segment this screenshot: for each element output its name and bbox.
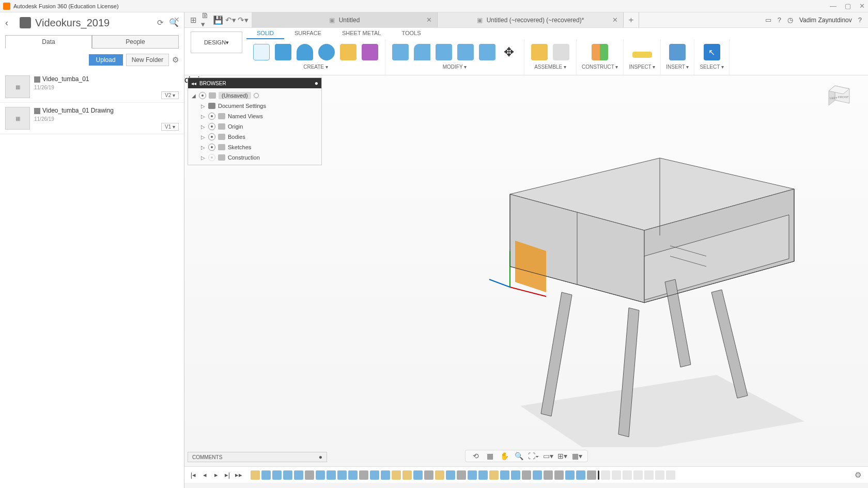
fit-icon[interactable]: ⛶▾ (529, 451, 539, 461)
new-tab-button[interactable]: + (624, 12, 639, 27)
version-dropdown[interactable]: V2 ▾ (161, 91, 179, 99)
tab-sheet-metal[interactable]: SHEET METAL (332, 28, 391, 39)
back-button[interactable]: ‹ (5, 18, 16, 28)
timeline-feature[interactable] (644, 470, 654, 480)
visibility-icon[interactable] (208, 154, 215, 161)
timeline-prev-icon[interactable]: ◂ (200, 470, 209, 480)
save-icon[interactable]: 💾 (213, 15, 223, 25)
timeline-settings-icon[interactable]: ⚙ (855, 470, 864, 480)
timeline-feature[interactable] (283, 470, 292, 480)
user-name[interactable]: Vadim Zaynutdinov (799, 17, 852, 24)
timeline-feature[interactable] (348, 470, 358, 480)
shell-tool[interactable] (434, 41, 454, 63)
inspect-label[interactable]: INSPECT ▾ (629, 64, 655, 70)
draft-tool[interactable] (477, 41, 497, 63)
document-tab[interactable]: ▣ Untitled (~recovered) (~recovered)* ✕ (438, 12, 624, 27)
undo-icon[interactable]: ↶▾ (226, 15, 235, 25)
timeline-feature[interactable] (305, 470, 314, 480)
insert-label[interactable]: INSERT ▾ (666, 64, 689, 70)
timeline-feature[interactable] (587, 470, 596, 480)
timeline-feature[interactable] (327, 470, 336, 480)
help-circle-icon[interactable]: ? (858, 16, 862, 24)
orbit-icon[interactable]: ⟲ (471, 451, 481, 461)
upload-button[interactable]: Upload (89, 54, 123, 66)
browser-node[interactable]: ▷Bodies (188, 132, 321, 142)
timeline-feature[interactable] (623, 470, 632, 480)
minimize-icon[interactable]: — (830, 2, 836, 10)
activate-radio[interactable] (254, 93, 259, 98)
view-cube[interactable]: LEFT FRONT (825, 80, 858, 113)
timeline-feature[interactable] (478, 470, 488, 480)
browser-root[interactable]: ◢ (Unsaved) (188, 90, 321, 101)
timeline-feature[interactable] (370, 470, 379, 480)
measure-tool[interactable] (631, 41, 653, 63)
derive-tool[interactable] (360, 41, 380, 63)
redo-icon[interactable]: ↷▾ (238, 15, 247, 25)
viewport-canvas[interactable]: ◂◂ BROWSER ● ◢ (Unsaved) ▷Document Setti… (184, 75, 868, 488)
timeline-feature[interactable] (522, 470, 531, 480)
file-menu-icon[interactable]: 🗎▾ (201, 15, 210, 25)
timeline-feature[interactable] (392, 470, 401, 480)
create-form-tool[interactable] (338, 41, 358, 63)
timeline-feature[interactable] (413, 470, 423, 480)
timeline-play-icon[interactable]: ▸ (211, 470, 221, 480)
timeline-feature[interactable] (511, 470, 520, 480)
select-label[interactable]: SELECT ▾ (700, 64, 724, 70)
timeline-feature[interactable] (489, 470, 499, 480)
construct-label[interactable]: CONSTRUCT ▾ (582, 64, 618, 70)
refresh-icon[interactable]: ⟳ (157, 18, 164, 27)
timeline-feature[interactable] (316, 470, 325, 480)
timeline-feature[interactable] (655, 470, 664, 480)
timeline-feature[interactable] (381, 470, 390, 480)
timeline-feature[interactable] (251, 470, 260, 480)
visibility-icon[interactable] (208, 113, 215, 120)
timeline-feature[interactable] (359, 470, 368, 480)
close-tab-icon[interactable]: ✕ (612, 16, 618, 24)
help-icon[interactable]: ? (778, 16, 781, 24)
settings-gear-icon[interactable]: ⚙ (172, 55, 179, 65)
tab-people[interactable]: People (92, 35, 179, 49)
new-component-tool[interactable] (530, 41, 549, 63)
document-tab[interactable]: ▣ Untitled ✕ (252, 12, 438, 27)
data-item[interactable]: ▦ Video_tumba_01 11/26/19 V2 ▾ (0, 71, 184, 103)
modify-label[interactable]: MODIFY ▾ (443, 64, 467, 70)
viewport-settings-icon[interactable]: ▦▾ (572, 451, 582, 461)
timeline-feature[interactable] (468, 470, 477, 480)
joint-tool[interactable] (551, 41, 571, 63)
browser-node[interactable]: ▷Construction (188, 152, 321, 163)
extensions-icon[interactable]: ▭ (765, 16, 771, 24)
move-tool[interactable]: ✥ (499, 41, 519, 63)
insert-decal-tool[interactable] (668, 41, 687, 63)
close-panel-icon[interactable]: ✕ (174, 15, 180, 24)
timeline-end-icon[interactable]: ▸▸ (234, 470, 243, 480)
assemble-label[interactable]: ASSEMBLE ▾ (534, 64, 566, 70)
sphere-tool[interactable] (317, 41, 336, 63)
browser-pin-icon[interactable]: ● (315, 80, 318, 87)
timeline-feature[interactable] (446, 470, 455, 480)
timeline-feature[interactable] (500, 470, 509, 480)
visibility-icon[interactable] (208, 123, 215, 130)
zoom-icon[interactable]: 🔍 (514, 451, 524, 461)
close-window-icon[interactable]: ✕ (859, 2, 865, 10)
job-status-icon[interactable]: ◷ (787, 16, 793, 24)
look-at-icon[interactable]: ▦ (485, 451, 495, 461)
timeline-feature[interactable] (261, 470, 271, 480)
select-tool[interactable]: ↖ (702, 41, 722, 63)
timeline-feature[interactable] (666, 470, 675, 480)
comments-panel[interactable]: COMMENTS ● (188, 452, 327, 462)
timeline-next-icon[interactable]: ▸| (223, 470, 232, 480)
timeline-feature[interactable] (272, 470, 282, 480)
data-item[interactable]: ▦ Video_tumba_01 Drawing 11/26/19 V1 ▾ (0, 103, 184, 134)
new-folder-button[interactable]: New Folder (126, 54, 169, 66)
timeline-marker[interactable] (598, 470, 599, 480)
timeline-feature[interactable] (402, 470, 412, 480)
tab-tools[interactable]: TOOLS (391, 28, 431, 39)
grid-settings-icon[interactable]: ⊞▾ (557, 451, 568, 461)
tab-surface[interactable]: SURFACE (284, 28, 332, 39)
timeline-start-icon[interactable]: |◂ (189, 470, 198, 480)
timeline-feature[interactable] (565, 470, 575, 480)
browser-collapse-arrow[interactable]: ◂◂ (191, 81, 196, 86)
visibility-icon[interactable] (208, 133, 215, 140)
timeline-feature[interactable] (424, 470, 433, 480)
plane-tool[interactable] (590, 41, 610, 63)
